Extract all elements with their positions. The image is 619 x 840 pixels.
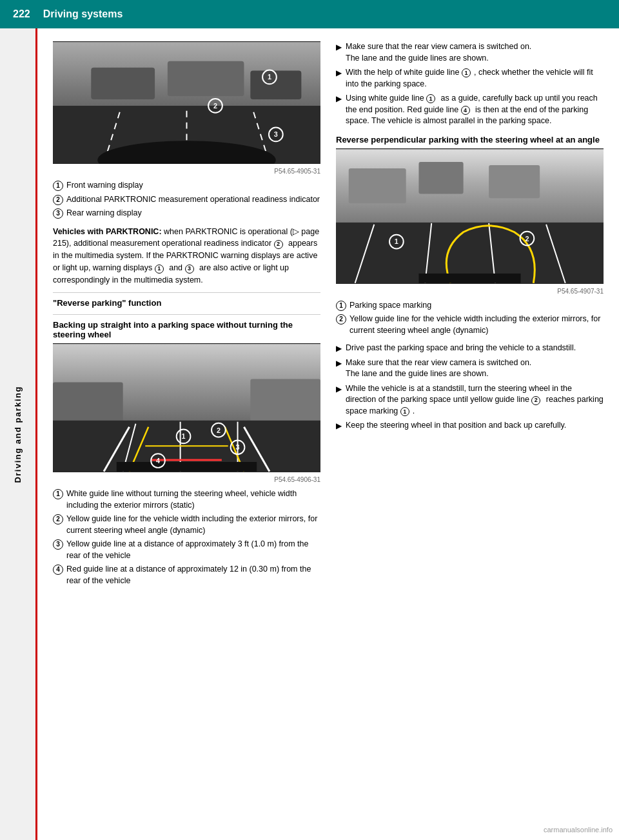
right-column: ▶ Make sure that the rear view camera is… (336, 41, 604, 593)
svg-rect-1 (91, 68, 155, 99)
back-straight-camera-image: 1 2 3 4 (53, 343, 320, 472)
content-area: 1 2 3 P54.65-4905-31 1 Front warning dis… (37, 28, 619, 840)
mid-num-item-1-text: White guide line without turning the ste… (66, 488, 320, 511)
sidebar-label-wrap: Driving and parking (0, 28, 35, 840)
reverse-parking-title: "Reverse parking" function (53, 298, 320, 308)
mid-num-circle-3: 3 (53, 539, 63, 550)
mid-num-item-4: 4 Red guide line at a distance of approx… (53, 564, 320, 586)
mid-num-item-3: 3 Yellow guide line at a distance of app… (53, 539, 320, 561)
right-num-circle-1: 1 (336, 301, 346, 311)
inline-num-3: 3 (185, 265, 194, 274)
bullet-bot-3: ▶ While the vehicle is at a standstill, … (336, 383, 604, 417)
bullet-bot-2: ▶ Make sure that the rear view camera is… (336, 357, 604, 380)
svg-rect-38 (349, 168, 406, 203)
page-number: 222 (13, 8, 30, 20)
parktronic-and: and (169, 263, 184, 272)
right-num-circle-2: 2 (336, 314, 346, 325)
svg-text:2: 2 (217, 426, 221, 434)
bullet-top-1-text: Make sure that the rear view camera is s… (346, 41, 531, 64)
arrow-icon-bot-4: ▶ (336, 421, 342, 432)
bullet-bot-1-text: Drive past the parking space and bring t… (346, 343, 576, 354)
arrow-icon-3: ▶ (336, 94, 342, 105)
bullet-bot-4: ▶ Keep the steering wheel in that positi… (336, 420, 604, 432)
sidebar-label: Driving and parking (13, 386, 23, 483)
angled-parking-title: Reverse perpendicular parking with the s… (336, 135, 604, 145)
bullet-top-2: ▶ With the help of white guide line 1, c… (336, 67, 604, 90)
bullet-top-1: ▶ Make sure that the rear view camera is… (336, 41, 604, 64)
bullet-top-3-text: Using white guide line 1 as a guide, car… (346, 93, 604, 127)
num-circle-1: 1 (53, 181, 63, 191)
svg-text:2: 2 (525, 234, 529, 242)
svg-rect-28 (117, 462, 257, 472)
num-item-3-text: Rear warning display (66, 208, 142, 219)
right-num-item-2: 2 Yellow guide line for the vehicle widt… (336, 314, 604, 336)
main-layout: Driving and parking (0, 28, 619, 840)
mid-num-circle-1: 1 (53, 489, 63, 499)
svg-text:4: 4 (156, 457, 160, 465)
svg-rect-2 (168, 61, 244, 96)
num-item-2-text: Additional PARKTRONIC measurement operat… (66, 194, 320, 206)
bullet-bot-2-text: Make sure that the rear view camera is s… (346, 357, 531, 380)
mid-num-circle-2: 2 (53, 514, 63, 525)
bullet-bot-1: ▶ Drive past the parking space and bring… (336, 343, 604, 354)
svg-rect-40 (489, 165, 540, 197)
mid-num-item-4-text: Red guide line at a distance of approxim… (66, 564, 320, 586)
bullet-bot-3-text: While the vehicle is at a standstill, tu… (346, 383, 604, 417)
right-num-item-1: 1 Parking space marking (336, 300, 604, 312)
arrow-icon-1: ▶ (336, 42, 342, 53)
bullet-top-2-text: With the help of white guide line 1, che… (346, 67, 604, 90)
top-image-caption: P54.65-4905-31 (53, 168, 320, 175)
parktronic-bold: Vehicles with PARKTRONIC: (53, 227, 162, 236)
right-num-item-2-text: Yellow guide line for the vehicle width … (349, 314, 604, 336)
mid-num-item-2: 2 Yellow guide line for the vehicle widt… (53, 514, 320, 536)
mid-num-item-1: 1 White guide line without turning the s… (53, 488, 320, 511)
top-num-list: 1 Front warning display 2 Additional PAR… (53, 180, 320, 219)
page-header: 222 Driving systems (0, 0, 619, 28)
inline-num-2: 2 (274, 240, 283, 249)
parktronic-section: Vehicles with PARKTRONIC: when PARKTRONI… (53, 226, 320, 286)
sidebar: Driving and parking (0, 28, 37, 840)
inline-num-1: 1 (155, 265, 164, 274)
arrow-icon-bot-2: ▶ (336, 358, 342, 369)
backing-up-subtitle: Backing up straight into a parking space… (53, 320, 320, 339)
svg-rect-39 (418, 162, 463, 194)
svg-rect-16 (53, 383, 123, 427)
svg-text:3: 3 (236, 443, 240, 451)
num-item-1: 1 Front warning display (53, 180, 320, 192)
num-circle-2: 2 (53, 195, 63, 205)
arrow-icon-bot-1: ▶ (336, 343, 342, 354)
svg-text:3: 3 (274, 130, 278, 138)
mid-image-caption: P54.65-4906-31 (53, 476, 320, 483)
right-num-list: 1 Parking space marking 2 Yellow guide l… (336, 300, 604, 337)
watermark: carmanualsonline.info (544, 826, 613, 834)
two-column-layout: 1 2 3 P54.65-4905-31 1 Front warning dis… (53, 41, 604, 593)
left-column: 1 2 3 P54.65-4905-31 1 Front warning dis… (53, 41, 320, 593)
right-image-caption: P54.65-4907-31 (336, 288, 604, 295)
right-num-item-1-text: Parking space marking (349, 300, 431, 312)
page-title: Driving systems (43, 8, 123, 20)
svg-text:1: 1 (182, 433, 186, 441)
svg-text:1: 1 (268, 73, 271, 81)
svg-text:2: 2 (213, 102, 217, 110)
mid-num-item-3-text: Yellow guide line at a distance of appro… (66, 539, 320, 561)
mid-num-list: 1 White guide line without turning the s… (53, 488, 320, 586)
arrow-icon-bot-3: ▶ (336, 384, 342, 395)
num-item-1-text: Front warning display (66, 180, 143, 192)
bullet-top-3: ▶ Using white guide line 1 as a guide, c… (336, 93, 604, 127)
section-divider (53, 292, 320, 293)
bullet-bot-4-text: Keep the steering wheel in that position… (346, 420, 566, 432)
section-divider2 (53, 314, 320, 315)
num-circle-3: 3 (53, 208, 63, 219)
back-angle-camera-image: 1 2 (336, 148, 604, 284)
num-item-2: 2 Additional PARKTRONIC measurement oper… (53, 194, 320, 206)
mid-num-circle-4: 4 (53, 565, 63, 575)
arrow-icon-2: ▶ (336, 68, 342, 79)
svg-text:1: 1 (395, 237, 398, 245)
svg-rect-17 (250, 379, 320, 427)
num-item-3: 3 Rear warning display (53, 208, 320, 219)
front-camera-image: 1 2 3 (53, 41, 320, 164)
mid-num-item-2-text: Yellow guide line for the vehicle width … (66, 514, 320, 536)
svg-rect-46 (418, 273, 520, 283)
